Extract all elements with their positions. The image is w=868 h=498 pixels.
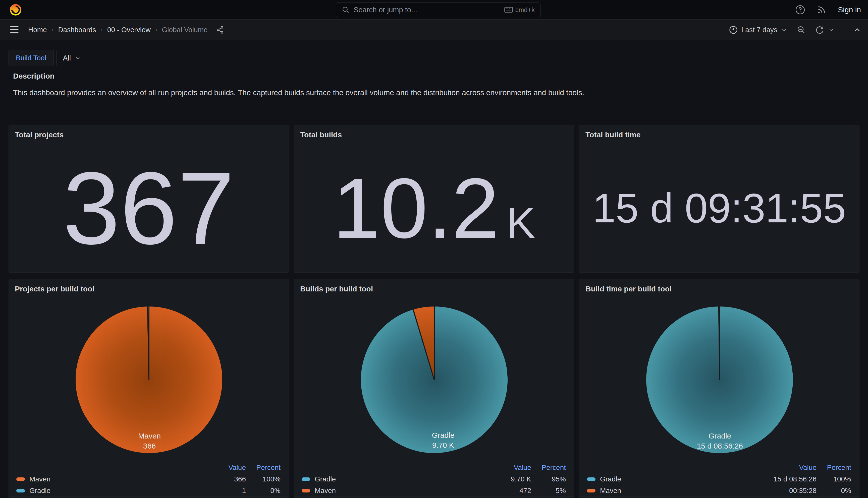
legend-header-row: Value Percent [294,462,574,473]
pie-legend: Value Percent Gradle 15 d 08:56:26 100% … [580,462,859,497]
top-bar: Search or jump to... cmd+k Sign in [0,0,868,19]
chevron-down-icon [781,27,787,33]
panel-projects-per-build-tool: Projects per build tool Maven 366 Value … [9,279,289,498]
legend-value-header[interactable]: Value [466,463,531,472]
stat-value: 15 d 09:31:55 [593,184,846,232]
series-color-pill [16,477,25,481]
legend-value-header[interactable]: Value [181,463,246,472]
legend-percent-header[interactable]: Percent [817,463,851,472]
search-icon [341,6,350,14]
breadcrumb-separator: › [101,26,103,34]
breadcrumb-current: Global Volume [162,26,207,34]
variable-label-build-tool: Build Tool [9,50,53,66]
keyboard-icon [504,6,513,13]
legend-row[interactable]: Gradle 15 d 08:56:26 100% [580,473,859,485]
panel-total-build-time: Total build time 15 d 09:31:55 [579,125,859,273]
legend-row[interactable]: Gradle 1 0% [9,485,288,497]
description-text: This dashboard provides an overview of a… [13,88,584,97]
rss-icon[interactable] [817,5,826,15]
grafana-logo-icon[interactable] [9,3,22,16]
stat-suffix: K [507,198,535,248]
chevron-down-icon [75,55,81,61]
legend-row[interactable]: Maven 00:35:28 0% [580,485,859,497]
series-color-pill [587,489,596,493]
stat-value: 10.2 K [333,159,535,257]
series-color-pill [302,489,310,493]
breadcrumb-home[interactable]: Home [28,26,47,34]
refresh-icon[interactable] [815,25,825,35]
legend-row[interactable]: Maven 366 100% [9,473,288,485]
breadcrumb: Home › Dashboards › 00 - Overview › Glob… [28,26,224,34]
breadcrumb-separator: › [51,26,54,34]
legend-header-row: Value Percent [580,462,859,473]
clock-icon [729,25,738,35]
dashboard-variables: Build Tool All [9,50,87,66]
pie-legend: Value Percent Maven 366 100% Gradle 1 0% [9,462,288,497]
panel-builds-per-build-tool: Builds per build tool Gradle 9.70 K Valu… [294,279,574,498]
sign-in-button[interactable]: Sign in [838,5,861,14]
panel-title: Total builds [300,130,342,139]
search-input[interactable]: Search or jump to... cmd+k [336,2,541,17]
legend-row[interactable]: Maven 472 5% [294,485,574,497]
search-placeholder: Search or jump to... [354,6,504,14]
pie-center-label: Gradle 9.70 K [432,430,454,450]
breadcrumb-toolbar: Home › Dashboards › 00 - Overview › Glob… [0,20,868,40]
time-range-picker[interactable]: Last 7 days [729,25,787,35]
description-heading: Description [13,72,54,80]
pie-center-label: Maven 366 [138,431,161,451]
panel-total-builds: Total builds 10.2 K [294,125,574,273]
menu-toggle-icon[interactable] [9,24,20,36]
collapse-toolbar-icon[interactable] [853,26,861,34]
legend-value-header[interactable]: Value [751,463,817,472]
chevron-down-icon[interactable] [828,27,834,33]
panel-title: Total build time [585,130,640,139]
toolbar-divider [844,25,844,35]
legend-percent-header[interactable]: Percent [531,463,566,472]
breadcrumb-dashboards[interactable]: Dashboards [58,26,96,34]
series-color-pill [16,489,25,493]
breadcrumb-overview[interactable]: 00 - Overview [107,26,151,34]
legend-percent-header[interactable]: Percent [246,463,281,472]
panel-build-time-per-build-tool: Build time per build tool Gradle 15 d 08… [579,279,859,498]
zoom-out-icon[interactable] [796,25,806,35]
time-range-label: Last 7 days [741,26,777,34]
panel-total-projects: Total projects 367 [9,125,289,273]
share-icon[interactable] [216,26,224,34]
legend-row[interactable]: Gradle 9.70 K 95% [294,473,574,485]
help-icon[interactable] [795,5,805,15]
breadcrumb-separator: › [155,26,157,34]
variable-value-dropdown[interactable]: All [56,50,87,66]
pie-legend: Value Percent Gradle 9.70 K 95% Maven 47… [294,462,574,497]
legend-header-row: Value Percent [9,462,288,473]
stat-value: 367 [63,149,235,267]
series-color-pill [302,477,310,481]
pie-center-label: Gradle 15 d 08:56:26 [697,431,743,451]
panel-title: Total projects [15,130,64,139]
series-color-pill [587,477,596,481]
search-shortcut: cmd+k [504,6,535,14]
